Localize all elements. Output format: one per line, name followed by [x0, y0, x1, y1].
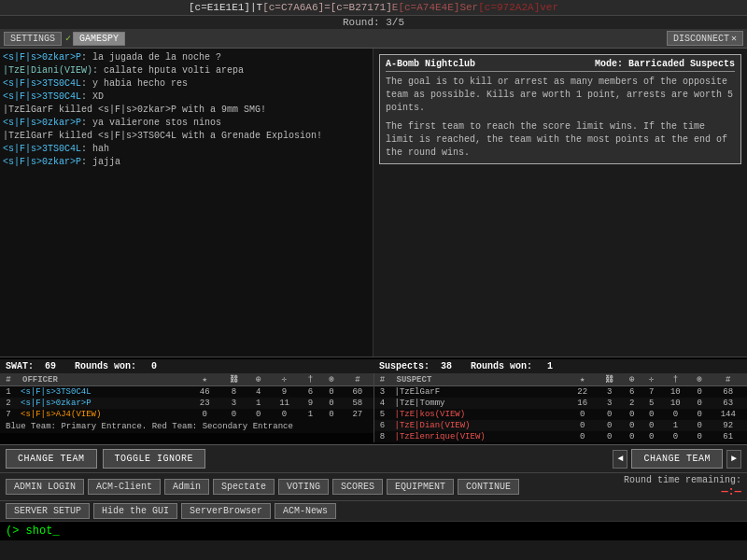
- player-score: 58: [342, 398, 373, 409]
- player-stat3: 2: [622, 398, 641, 409]
- player-stat3: 1: [247, 398, 269, 409]
- player-stat1: 22: [568, 386, 597, 399]
- info-desc1: The goal is to kill or arrest as many me…: [386, 76, 735, 115]
- info-box-header: A-Bomb Nightclub Mode: Barricaded Suspec…: [386, 59, 735, 72]
- player-name: |TzE|Dian(VIEW): [391, 420, 569, 431]
- player-stat6: 0: [690, 420, 710, 431]
- change-team-button-2[interactable]: CHANGE TEAM: [631, 449, 723, 469]
- table-row: 6 |TzE|Dian(VIEW) 0 0 0 0 1 0 92: [374, 420, 748, 431]
- player-stat6: 0: [690, 386, 710, 399]
- swat-col-2: ⛓: [220, 373, 248, 386]
- player-stat2: 3: [597, 398, 622, 409]
- player-stat5: 10: [661, 386, 690, 399]
- button-row-2: ADMIN LOGIN ACM-Client Admin Spectate VO…: [0, 472, 747, 500]
- chat-line-5: |TzElGarF killed <s|F|s>0zkar>P with a 9…: [3, 104, 370, 117]
- round-time-value: —:—: [721, 485, 741, 498]
- main-area: <s|F|s>0zkar>P: la jugada de la noche ? …: [0, 49, 747, 357]
- close-icon: ✕: [731, 33, 737, 44]
- suspects-table: # SUSPECT ★ ⛓ ⊕ ✛ † ⊗ # 3 |TzElGarF: [374, 373, 748, 442]
- sus-col-4: ✛: [641, 373, 661, 386]
- hide-gui-button[interactable]: Hide the GUI: [93, 503, 177, 519]
- spectate-button[interactable]: Spectate: [213, 479, 275, 495]
- player-stat5: 1: [661, 420, 690, 431]
- player-stat1: 0: [568, 409, 597, 420]
- player-name: |TzE|Tommy: [391, 398, 569, 409]
- player-name: <s|F|s>AJ4(VIEW): [17, 409, 190, 420]
- change-team-group: ◄ CHANGE TEAM ►: [613, 449, 741, 469]
- player-stat1: 0: [568, 431, 597, 442]
- suspects-score-table: # SUSPECT ★ ⛓ ⊕ ✛ † ⊗ # 3 |TzElGarF: [374, 373, 748, 442]
- chat-line-8: <s|F|s>3TS0C4L: hah: [3, 143, 370, 156]
- player-stat5: 0: [661, 409, 690, 420]
- change-team-left-arrow[interactable]: ◄: [613, 450, 627, 469]
- round-time-area: Round time remaining: —:—: [624, 475, 741, 498]
- change-team-right-arrow[interactable]: ►: [726, 450, 741, 469]
- player-stat5: 9: [300, 398, 321, 409]
- scoreboard: SWAT: 69 Rounds won: 0 Suspects: 38 Roun…: [0, 357, 747, 444]
- player-stat4: 0: [641, 420, 661, 431]
- swat-score: 69: [45, 361, 56, 371]
- score-tables: # OFFICER ★ ⛓ ⊕ ✛ † ⊗ # 1 <s|F|s>3TS0C4L: [0, 373, 747, 442]
- player-stat2: 0: [220, 409, 248, 420]
- player-stat4: 7: [641, 386, 661, 399]
- acm-news-button[interactable]: ACM-News: [275, 503, 336, 519]
- player-stat2: 8: [220, 386, 248, 399]
- player-score: 144: [709, 409, 747, 420]
- player-stat6: 0: [690, 431, 710, 442]
- gamespy-button[interactable]: GAMESPY: [73, 32, 125, 46]
- player-stat3: 0: [247, 409, 269, 420]
- toggle-ignore-button[interactable]: TOGGLE IGNORE: [103, 449, 206, 469]
- chat-panel: <s|F|s>0zkar>P: la jugada de la noche ? …: [0, 49, 374, 357]
- table-row: 8 |TzElenrique(VIEW) 0 0 0 0 0 0 61: [374, 431, 748, 442]
- chat-line-1: <s|F|s>0zkar>P: la jugada de la noche ?: [3, 51, 370, 64]
- table-row: 4 |TzE|Tommy 16 3 2 5 10 0 63: [374, 398, 748, 409]
- round-text: Round: 3/5: [343, 17, 404, 28]
- player-name: |TzE|kos(VIEW): [391, 409, 569, 420]
- swat-col-score: #: [342, 373, 373, 386]
- voting-button[interactable]: VOTING: [278, 479, 329, 495]
- chat-line-9: <s|F|s>0zkar>P: jajja: [3, 156, 370, 169]
- player-stat3: 6: [622, 386, 641, 399]
- location-title: A-Bomb Nightclub: [386, 59, 475, 69]
- table-row: 7 <s|F|s>AJ4(VIEW) 0 0 0 0 1 0 27: [0, 409, 374, 420]
- sus-col-6: ⊗: [690, 373, 710, 386]
- server-setup-button[interactable]: SERVER SETUP: [6, 503, 90, 519]
- player-stat6: 0: [690, 409, 710, 420]
- player-score: 63: [709, 398, 747, 409]
- player-name: <s|F|s>3TS0C4L: [17, 386, 190, 399]
- table-row: 5 |TzE|kos(VIEW) 0 0 0 0 0 0 144: [374, 409, 748, 420]
- game-info-box: A-Bomb Nightclub Mode: Barricaded Suspec…: [379, 54, 741, 164]
- player-stat2: 0: [597, 409, 622, 420]
- disconnect-button[interactable]: DISCONNECT ✕: [667, 31, 743, 46]
- sus-col-suspect: SUSPECT: [391, 373, 569, 386]
- entrance-label: Blue Team: Primary Entrance. Red Team: S…: [0, 420, 374, 433]
- chat-line-6: <s|F|s>0zkar>P: ya valierone stos ninos: [3, 117, 370, 130]
- player-stat2: 3: [597, 386, 622, 399]
- gamespy-check: ✓: [65, 33, 71, 44]
- continue-button[interactable]: CONTINUE: [458, 479, 519, 495]
- round-time-label: Round time remaining:: [624, 475, 741, 485]
- player-score: 92: [709, 420, 747, 431]
- change-team-button[interactable]: CHANGE TEAM: [6, 449, 97, 469]
- server-browser-button[interactable]: ServerBrowser: [181, 503, 271, 519]
- scores-button[interactable]: SCORES: [332, 479, 383, 495]
- acm-client-button[interactable]: ACM-Client: [88, 479, 161, 495]
- table-row: 2 <s|F|s>0zkar>P 23 3 1 11 9 0 58: [0, 398, 374, 409]
- equipment-button[interactable]: EQUIPMENT: [387, 479, 454, 495]
- swat-rounds-label: Rounds won:: [75, 361, 136, 371]
- swat-score-table: # OFFICER ★ ⛓ ⊕ ✛ † ⊗ # 1 <s|F|s>3TS0C4L: [0, 373, 374, 420]
- admin-button[interactable]: Admin: [164, 479, 209, 495]
- player-stat5: 10: [661, 398, 690, 409]
- player-score: 61: [709, 431, 747, 442]
- settings-button[interactable]: SETTINGS: [4, 32, 62, 46]
- player-stat5: 1: [300, 409, 321, 420]
- player-stat3: 4: [247, 386, 269, 399]
- swat-rounds: 0: [151, 361, 157, 371]
- player-stat6: 0: [321, 386, 343, 399]
- admin-login-button[interactable]: ADMIN LOGIN: [6, 479, 84, 495]
- swat-header: SWAT: 69 Rounds won: 0: [0, 359, 374, 373]
- sus-col-2: ⛓: [597, 373, 622, 386]
- chat-line-2: |TzE|Diani(VIEW): callate hputa volti ar…: [3, 64, 370, 77]
- console-prompt[interactable]: (> shot_: [6, 525, 60, 538]
- player-stat2: 3: [220, 398, 248, 409]
